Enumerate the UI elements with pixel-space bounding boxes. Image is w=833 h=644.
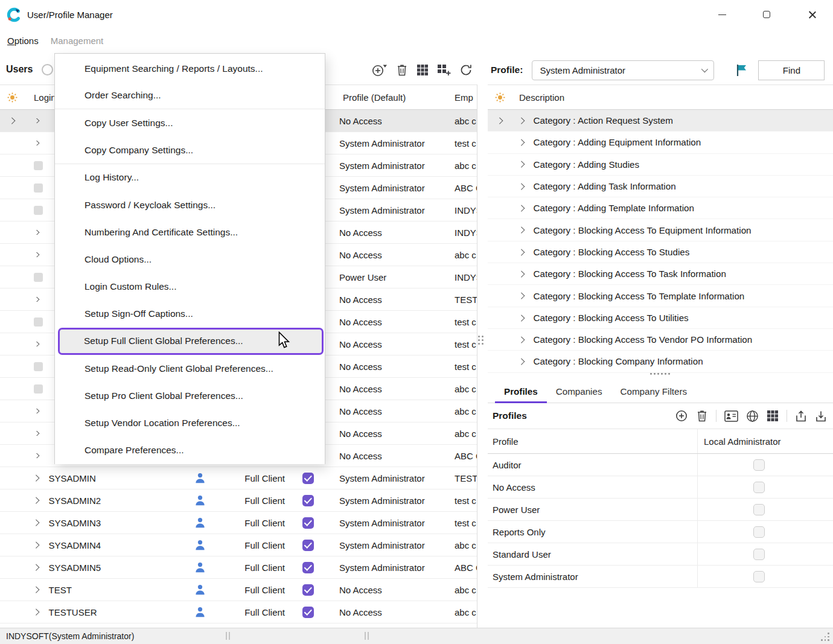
expand-chevron-icon[interactable] bbox=[33, 520, 39, 526]
profile-column-header[interactable]: Profile bbox=[488, 436, 697, 447]
globe-button[interactable] bbox=[746, 410, 759, 422]
active-checkbox[interactable] bbox=[302, 562, 314, 573]
expand-chevron-icon[interactable] bbox=[33, 453, 39, 458]
expand-chevron-icon[interactable] bbox=[518, 293, 525, 299]
menu-item[interactable]: Setup Read-Only Client Global Preference… bbox=[55, 355, 325, 382]
active-checkbox[interactable] bbox=[302, 584, 314, 596]
menu-item[interactable]: Password / Keycloak Settings... bbox=[55, 191, 325, 218]
list-item[interactable]: Category : Blocking Access To Task Infor… bbox=[488, 263, 833, 285]
expand-box-icon[interactable] bbox=[34, 317, 43, 327]
add-profile-button[interactable] bbox=[675, 409, 688, 422]
menu-item[interactable]: Setup Sign-Off Captions... bbox=[55, 301, 325, 328]
list-item[interactable]: Category : Blocking Access To Equipment … bbox=[488, 219, 833, 241]
description-column-header[interactable]: Description bbox=[512, 92, 833, 103]
table-row[interactable]: Reports Only bbox=[488, 521, 833, 543]
expand-chevron-icon[interactable] bbox=[33, 587, 39, 593]
add-user-button[interactable] bbox=[371, 63, 388, 77]
table-row[interactable]: Auditor bbox=[488, 454, 833, 476]
table-row[interactable]: SYSADMIN4 Full Client System Administrat… bbox=[0, 534, 477, 556]
horizontal-splitter-handle[interactable] bbox=[650, 372, 670, 375]
expand-chevron-icon[interactable] bbox=[518, 270, 525, 277]
table-row[interactable]: TEST Full Client No Access abc c bbox=[0, 579, 477, 601]
local-admin-checkbox[interactable] bbox=[753, 482, 765, 493]
list-item[interactable]: Category : Blocking Access To Template I… bbox=[488, 285, 833, 307]
list-item[interactable]: Category : Blocking Company Information bbox=[488, 351, 833, 372]
active-checkbox[interactable] bbox=[302, 517, 314, 529]
list-item[interactable]: Category : Action Request System bbox=[488, 110, 833, 132]
menu-item[interactable]: Login Custom Rules... bbox=[55, 273, 325, 301]
menu-options[interactable]: Options bbox=[1, 29, 45, 53]
expand-box-icon[interactable] bbox=[34, 183, 43, 193]
expand-box-icon[interactable] bbox=[34, 161, 43, 170]
list-item[interactable]: Category : Blocking Access To Vendor PO … bbox=[488, 329, 833, 351]
menu-item[interactable]: Compare Preferences... bbox=[55, 437, 325, 464]
expand-chevron-icon[interactable] bbox=[33, 564, 39, 571]
expand-chevron-icon[interactable] bbox=[33, 609, 39, 616]
local-admin-checkbox[interactable] bbox=[753, 571, 765, 582]
active-checkbox[interactable] bbox=[302, 473, 314, 484]
expand-chevron-icon[interactable] bbox=[33, 118, 39, 123]
expand-chevron-icon[interactable] bbox=[33, 431, 39, 436]
menu-item[interactable]: Cloud Options... bbox=[55, 246, 325, 273]
expand-chevron-icon[interactable] bbox=[33, 497, 39, 504]
table-row[interactable]: SYSADMIN5 Full Client System Administrat… bbox=[0, 556, 477, 579]
expand-chevron-icon[interactable] bbox=[33, 297, 39, 302]
close-button[interactable] bbox=[798, 0, 826, 29]
tab-companies[interactable]: Companies bbox=[547, 386, 611, 403]
table-row[interactable]: System Administrator bbox=[488, 566, 833, 588]
refresh-button[interactable] bbox=[459, 63, 473, 77]
expand-chevron-icon[interactable] bbox=[33, 542, 39, 549]
resize-grip[interactable] bbox=[821, 633, 829, 641]
active-checkbox[interactable] bbox=[302, 607, 314, 618]
find-button[interactable]: Find bbox=[758, 60, 825, 80]
list-item[interactable]: Category : Adding Task Information bbox=[488, 176, 833, 197]
menu-item[interactable]: Equipment Searching / Reports / Layouts.… bbox=[55, 55, 325, 82]
tab-profiles[interactable]: Profiles bbox=[495, 386, 547, 403]
expand-chevron-icon[interactable] bbox=[518, 359, 525, 365]
export-button[interactable] bbox=[795, 410, 807, 422]
table-row[interactable]: Standard User bbox=[488, 543, 833, 566]
delete-profile-button[interactable] bbox=[696, 409, 708, 422]
expand-chevron-icon[interactable] bbox=[33, 141, 39, 145]
expand-chevron-icon[interactable] bbox=[518, 139, 525, 146]
expand-chevron-icon[interactable] bbox=[33, 230, 39, 235]
menu-item[interactable]: Setup Pro Client Global Preferences... bbox=[55, 382, 325, 409]
expand-chevron-icon[interactable] bbox=[518, 249, 525, 255]
expand-chevron-icon[interactable] bbox=[518, 117, 525, 124]
expand-box-icon[interactable] bbox=[34, 362, 43, 371]
list-item[interactable]: Category : Blocking Access To Studies bbox=[488, 241, 833, 263]
expand-chevron-icon[interactable] bbox=[518, 227, 525, 234]
maximize-button[interactable] bbox=[753, 0, 780, 29]
grid-button[interactable] bbox=[767, 410, 779, 422]
expand-chevron-icon[interactable] bbox=[33, 342, 39, 346]
expand-chevron-icon[interactable] bbox=[33, 409, 39, 413]
menu-item[interactable]: Numbering And Certificate Settings... bbox=[55, 218, 325, 246]
local-admin-checkbox[interactable] bbox=[753, 459, 765, 471]
expand-box-icon[interactable] bbox=[34, 384, 43, 394]
profile-select[interactable]: System Administrator bbox=[532, 60, 714, 80]
expand-chevron-icon[interactable] bbox=[518, 314, 525, 321]
vertical-splitter-handle[interactable] bbox=[478, 336, 484, 347]
expand-chevron-icon[interactable] bbox=[518, 161, 525, 168]
table-row[interactable]: SYSADMIN Full Client System Administrato… bbox=[0, 467, 477, 489]
minimize-button[interactable] bbox=[708, 0, 736, 29]
expand-chevron-icon[interactable] bbox=[518, 205, 525, 212]
table-row[interactable]: No Access bbox=[488, 476, 833, 499]
table-row[interactable]: SYSADMIN2 Full Client System Administrat… bbox=[0, 489, 477, 512]
local-admin-checkbox[interactable] bbox=[753, 526, 765, 538]
layout-add-button[interactable] bbox=[437, 64, 451, 76]
expand-box-icon[interactable] bbox=[34, 206, 43, 215]
table-row[interactable]: Power User bbox=[488, 499, 833, 521]
menu-management[interactable]: Management bbox=[45, 29, 110, 53]
flag-button[interactable] bbox=[735, 63, 750, 77]
table-row[interactable]: TESTUSER Full Client No Access abc c bbox=[0, 601, 477, 623]
menu-item[interactable]: Copy Company Settings... bbox=[55, 137, 325, 164]
list-item[interactable]: Category : Adding Template Information bbox=[488, 197, 833, 219]
menu-item[interactable]: Order Searching... bbox=[55, 82, 325, 109]
expand-chevron-icon[interactable] bbox=[518, 183, 525, 190]
expand-box-icon[interactable] bbox=[34, 273, 43, 282]
expand-chevron-icon[interactable] bbox=[518, 336, 525, 343]
local-admin-checkbox[interactable] bbox=[753, 504, 765, 515]
list-item[interactable]: Category : Blocking Access To Utilities bbox=[488, 307, 833, 329]
emp-column-header[interactable]: Emp bbox=[447, 92, 477, 103]
